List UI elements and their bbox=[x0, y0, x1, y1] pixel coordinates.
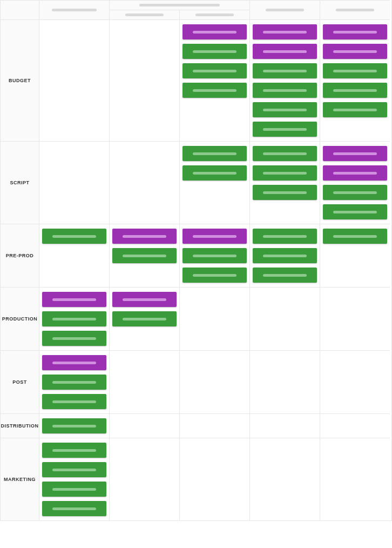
item-card[interactable] bbox=[323, 63, 387, 78]
column-header-group bbox=[109, 0, 249, 10]
card-label-placeholder bbox=[333, 235, 377, 238]
item-card[interactable] bbox=[42, 418, 106, 433]
row-header: SCRIPT bbox=[0, 141, 39, 224]
item-card[interactable] bbox=[183, 165, 247, 181]
item-card[interactable] bbox=[253, 165, 317, 181]
item-card[interactable] bbox=[323, 165, 387, 181]
matrix-cell bbox=[320, 350, 390, 413]
matrix-cell bbox=[39, 141, 109, 224]
matrix-cell bbox=[179, 287, 249, 350]
item-card[interactable] bbox=[253, 122, 317, 137]
card-label-placeholder bbox=[52, 298, 96, 301]
card-label-placeholder bbox=[333, 109, 377, 111]
item-card[interactable] bbox=[42, 501, 106, 516]
item-card[interactable] bbox=[323, 102, 387, 117]
item-card[interactable] bbox=[183, 24, 247, 39]
item-card[interactable] bbox=[253, 83, 317, 98]
matrix-cell bbox=[249, 19, 320, 141]
item-card[interactable] bbox=[42, 331, 106, 346]
card-label-placeholder bbox=[123, 255, 166, 257]
item-card[interactable] bbox=[253, 102, 317, 117]
matrix-cell bbox=[39, 224, 109, 287]
card-label-placeholder bbox=[52, 469, 96, 471]
card-label-placeholder bbox=[263, 128, 307, 131]
item-card[interactable] bbox=[42, 229, 106, 244]
item-card[interactable] bbox=[183, 248, 247, 263]
card-label-placeholder bbox=[52, 400, 96, 403]
item-card[interactable] bbox=[253, 63, 317, 78]
matrix-cell bbox=[109, 19, 179, 141]
item-card[interactable] bbox=[183, 229, 247, 244]
item-card[interactable] bbox=[253, 268, 317, 283]
item-card[interactable] bbox=[323, 204, 387, 219]
item-card[interactable] bbox=[253, 24, 317, 39]
matrix-cell bbox=[109, 413, 179, 438]
item-card[interactable] bbox=[183, 268, 247, 283]
item-card[interactable] bbox=[253, 185, 317, 200]
item-card[interactable] bbox=[323, 146, 387, 161]
item-card[interactable] bbox=[253, 248, 317, 263]
item-card[interactable] bbox=[42, 462, 106, 477]
matrix-cell bbox=[320, 438, 390, 520]
matrix-cell bbox=[320, 224, 390, 287]
item-card[interactable] bbox=[323, 24, 387, 39]
matrix-cell bbox=[39, 438, 109, 520]
card-label-placeholder bbox=[52, 507, 96, 510]
item-card[interactable] bbox=[112, 229, 177, 244]
matrix-cell bbox=[179, 438, 249, 520]
item-card[interactable] bbox=[42, 443, 106, 458]
matrix-cell bbox=[109, 224, 179, 287]
matrix-cell bbox=[249, 224, 320, 287]
matrix-cell bbox=[249, 413, 320, 438]
matrix-cell bbox=[39, 350, 109, 413]
column-header bbox=[39, 0, 109, 19]
item-card[interactable] bbox=[42, 394, 106, 409]
card-label-placeholder bbox=[52, 235, 96, 238]
item-card[interactable] bbox=[323, 229, 387, 244]
matrix-cell bbox=[39, 19, 109, 141]
matrix-cell bbox=[320, 287, 390, 350]
item-card[interactable] bbox=[112, 311, 177, 326]
card-label-placeholder bbox=[123, 235, 166, 238]
matrix-cell bbox=[249, 438, 320, 520]
card-label-placeholder bbox=[333, 89, 377, 92]
item-card[interactable] bbox=[323, 44, 387, 59]
item-card[interactable] bbox=[323, 185, 387, 200]
card-label-placeholder bbox=[333, 152, 377, 155]
card-label-placeholder bbox=[263, 172, 307, 175]
card-label-placeholder bbox=[263, 255, 307, 257]
item-card[interactable] bbox=[183, 146, 247, 161]
card-label-placeholder bbox=[263, 70, 307, 72]
card-label-placeholder bbox=[263, 191, 307, 194]
item-card[interactable] bbox=[183, 44, 247, 59]
matrix-cell bbox=[39, 413, 109, 438]
item-card[interactable] bbox=[253, 146, 317, 161]
item-card[interactable] bbox=[42, 311, 106, 326]
matrix-cell bbox=[179, 350, 249, 413]
item-card[interactable] bbox=[42, 375, 106, 390]
card-label-placeholder bbox=[193, 274, 236, 277]
item-card[interactable] bbox=[253, 44, 317, 59]
item-card[interactable] bbox=[183, 63, 247, 78]
card-label-placeholder bbox=[333, 191, 377, 194]
item-card[interactable] bbox=[42, 292, 106, 307]
item-card[interactable] bbox=[112, 292, 177, 307]
column-header bbox=[320, 0, 390, 19]
placeholder-text bbox=[139, 4, 220, 6]
card-label-placeholder bbox=[52, 449, 96, 452]
card-label-placeholder bbox=[193, 31, 236, 34]
item-card[interactable] bbox=[112, 248, 177, 263]
item-card[interactable] bbox=[42, 482, 106, 497]
row-header: BUDGET bbox=[0, 19, 39, 141]
card-label-placeholder bbox=[333, 172, 377, 175]
item-card[interactable] bbox=[183, 83, 247, 98]
card-label-placeholder bbox=[193, 152, 236, 155]
placeholder-text bbox=[125, 14, 164, 16]
card-label-placeholder bbox=[333, 211, 377, 213]
item-card[interactable] bbox=[42, 355, 106, 370]
item-card[interactable] bbox=[323, 83, 387, 98]
card-label-placeholder bbox=[333, 70, 377, 72]
item-card[interactable] bbox=[253, 229, 317, 244]
matrix-cell bbox=[249, 287, 320, 350]
card-label-placeholder bbox=[193, 89, 236, 92]
